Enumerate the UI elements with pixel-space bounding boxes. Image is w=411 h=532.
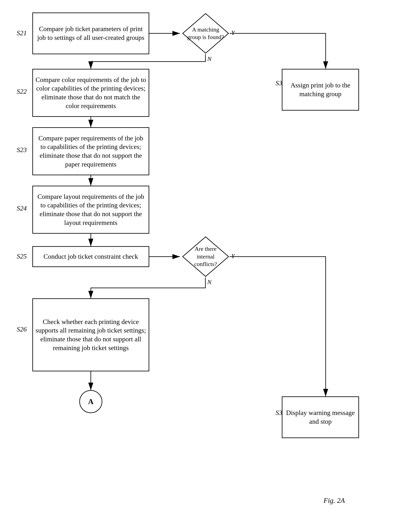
step-label-s24: S24	[17, 204, 27, 212]
box-s25: Conduct job ticket constraint check	[32, 246, 149, 267]
box-s31: Assign print job to the matching group	[282, 69, 359, 111]
step-label-s21: S21	[17, 29, 27, 37]
diagram-container: S21 Compare job ticket parameters of pri…	[0, 0, 411, 532]
step-label-s23: S23	[17, 146, 27, 154]
yn-label-n1: N	[207, 55, 211, 62]
yn-label-y1: Y	[231, 29, 235, 36]
yn-label-n2: N	[207, 278, 211, 286]
yn-label-y2: Y	[231, 252, 235, 259]
step-label-s25: S25	[17, 252, 27, 260]
box-s32: Display warning message and stop	[282, 396, 359, 438]
connector-a: A	[79, 390, 102, 413]
box-s24: Compare layout requirements of the job t…	[32, 186, 149, 234]
diamond-conflicts: Are there internal conflicts?	[182, 236, 230, 277]
box-s23: Compare paper requirements of the job to…	[32, 127, 149, 175]
step-label-s22: S22	[17, 88, 27, 95]
box-s26: Check whether each printing device suppo…	[32, 298, 149, 371]
step-label-s26: S26	[17, 325, 27, 333]
box-s22: Compare color requirements of the job to…	[32, 69, 149, 117]
fig-label: Fig. 2A	[323, 496, 345, 504]
box-s21: Compare job ticket parameters of print j…	[32, 12, 149, 54]
diamond-matching-group: A matching group is found?	[182, 12, 230, 54]
